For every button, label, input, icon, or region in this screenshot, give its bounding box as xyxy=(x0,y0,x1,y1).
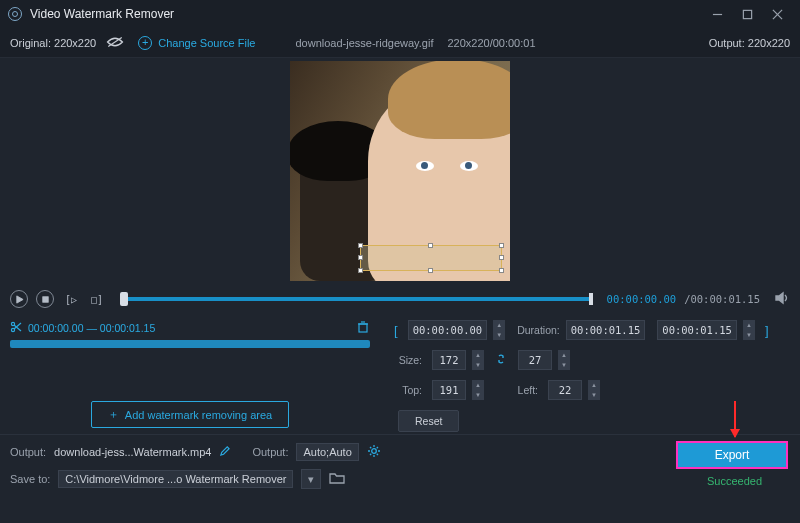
end-time-stepper[interactable]: ▲▼ xyxy=(743,320,755,340)
preview-toggle-icon[interactable] xyxy=(106,36,124,50)
add-watermark-area-button[interactable]: ＋ Add watermark removing area xyxy=(91,401,289,428)
save-to-label: Save to: xyxy=(10,473,50,485)
playback-controls: [▷ □] 00:00:00.00/00:00:01.15 xyxy=(0,284,800,314)
svg-rect-1 xyxy=(743,10,751,18)
svg-marker-7 xyxy=(776,293,783,303)
volume-icon[interactable] xyxy=(774,290,790,308)
source-dimensions-time: 220x220/00:00:01 xyxy=(447,37,535,49)
timeline-slider[interactable] xyxy=(120,290,593,308)
reset-button[interactable]: Reset xyxy=(398,410,459,432)
duration-label: Duration: xyxy=(517,324,560,336)
scissors-icon xyxy=(10,321,22,335)
app-title: Video Watermark Remover xyxy=(30,7,174,21)
clip-panel: 00:00:00.00 — 00:00:01.15 ＋ Add watermar… xyxy=(10,318,370,434)
output-file-label: Output: xyxy=(10,446,46,458)
delete-clip-button[interactable] xyxy=(356,320,370,336)
start-time-stepper[interactable]: ▲▼ xyxy=(493,320,505,340)
output-preset-label: Output: xyxy=(252,446,288,458)
output-preset-select[interactable]: Auto;Auto xyxy=(296,443,358,461)
svg-rect-6 xyxy=(42,296,47,301)
plus-icon: ＋ xyxy=(108,407,119,422)
plus-circle-icon: + xyxy=(138,36,152,50)
size-label: Size: xyxy=(390,354,422,366)
titlebar: Video Watermark Remover xyxy=(0,0,800,28)
end-time-input[interactable]: 00:00:01.15 xyxy=(657,320,737,340)
svg-rect-12 xyxy=(359,324,367,332)
size-width-input[interactable]: 172 xyxy=(432,350,466,370)
duration-value: 00:00:01.15 xyxy=(566,320,646,340)
status-text: Succeeded xyxy=(707,475,762,487)
svg-marker-5 xyxy=(16,295,22,302)
original-dimensions: Original: 220x220 xyxy=(10,37,96,49)
size-height-stepper[interactable]: ▲▼ xyxy=(558,350,570,370)
stop-button[interactable] xyxy=(36,290,54,308)
svg-point-15 xyxy=(372,449,377,454)
left-input[interactable]: 22 xyxy=(548,380,582,400)
change-source-label: Change Source File xyxy=(158,37,255,49)
video-frame[interactable] xyxy=(290,61,510,281)
annotation-arrow-icon xyxy=(734,401,736,437)
source-filename: download-jesse-ridgeway.gif xyxy=(295,37,433,49)
output-settings-button[interactable] xyxy=(367,444,381,460)
top-input[interactable]: 191 xyxy=(432,380,466,400)
top-stepper[interactable]: ▲▼ xyxy=(472,380,484,400)
time-current: 00:00:00.00 xyxy=(607,293,677,305)
toolbar: Original: 220x220 + Change Source File d… xyxy=(0,28,800,58)
top-label: Top: xyxy=(390,384,422,396)
set-end-button[interactable]: □] xyxy=(88,290,106,308)
clip-range: 00:00:00.00 — 00:00:01.15 xyxy=(28,322,155,334)
close-button[interactable] xyxy=(762,4,792,24)
size-height-input[interactable]: 27 xyxy=(518,350,552,370)
open-folder-button[interactable] xyxy=(329,471,345,487)
save-path-dropdown[interactable]: ▾ xyxy=(301,469,321,489)
add-watermark-label: Add watermark removing area xyxy=(125,409,272,421)
app-logo-icon xyxy=(8,7,22,21)
left-label: Left: xyxy=(506,384,538,396)
params-panel: [ 00:00:00.00 ▲▼ Duration:00:00:01.15 00… xyxy=(390,318,790,434)
bracket-end-icon[interactable]: ] xyxy=(765,323,769,338)
start-time-input[interactable]: 00:00:00.00 xyxy=(408,320,488,340)
play-button[interactable] xyxy=(10,290,28,308)
link-dimensions-icon[interactable] xyxy=(494,352,508,368)
output-filename: download-jess...Watermark.mp4 xyxy=(54,446,211,458)
watermark-selection-box[interactable] xyxy=(360,245,502,271)
output-dimensions: Output: 220x220 xyxy=(709,37,790,49)
change-source-button[interactable]: + Change Source File xyxy=(138,36,255,50)
size-width-stepper[interactable]: ▲▼ xyxy=(472,350,484,370)
export-button[interactable]: Export xyxy=(676,441,788,469)
bracket-start-icon[interactable]: [ xyxy=(394,323,398,338)
left-stepper[interactable]: ▲▼ xyxy=(588,380,600,400)
minimize-button[interactable] xyxy=(702,4,732,24)
bottom-bar: Output: download-jess...Watermark.mp4 Ou… xyxy=(0,434,800,493)
time-total: /00:00:01.15 xyxy=(684,293,760,305)
set-start-button[interactable]: [▷ xyxy=(62,290,80,308)
edit-output-name-button[interactable] xyxy=(219,446,230,459)
maximize-button[interactable] xyxy=(732,4,762,24)
preview-area xyxy=(0,58,800,284)
clip-progress[interactable] xyxy=(10,340,370,348)
save-path-field[interactable]: C:\Vidmore\Vidmore ...o Watermark Remove… xyxy=(58,470,293,488)
